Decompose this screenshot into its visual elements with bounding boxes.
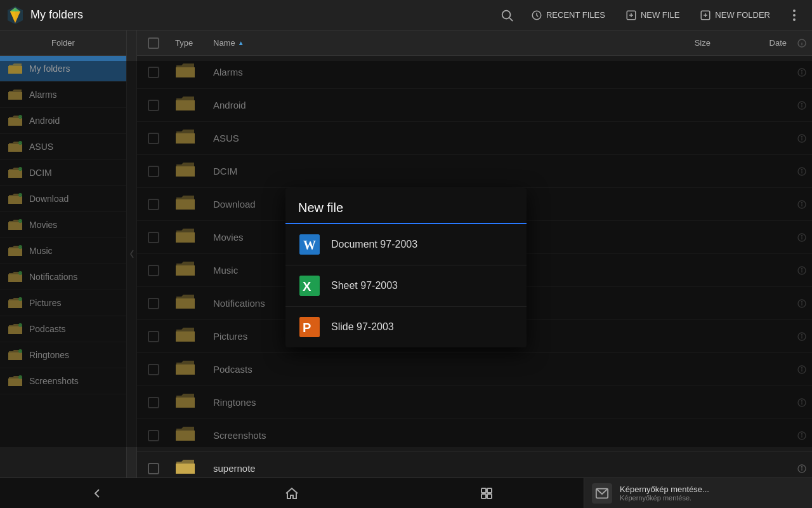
more-options-button[interactable] <box>782 3 807 28</box>
svg-point-13 <box>793 18 796 21</box>
dialog-option-document[interactable]: W Document 97-2003 <box>285 224 527 265</box>
svg-point-2 <box>502 10 511 18</box>
notification-icon <box>592 483 612 504</box>
recent-files-label: RECENT FILES <box>546 10 605 20</box>
header-info-col <box>792 38 812 48</box>
select-all-checkbox[interactable] <box>148 37 159 49</box>
header-date-col: Date <box>716 38 792 48</box>
row-folder-icon <box>175 458 203 478</box>
dialog-option-slide[interactable]: P Slide 97-2003 <box>285 307 527 347</box>
topbar: My folders RECENT FILES NEW FILE <box>0 0 812 30</box>
main-layout: Folder My folders Alarms + Android + ASU… <box>0 30 812 478</box>
dialog-title: New file <box>285 188 527 224</box>
row-checkbox[interactable] <box>148 463 159 474</box>
svg-point-11 <box>793 10 796 12</box>
back-button[interactable] <box>0 478 195 509</box>
new-file-button[interactable]: NEW FILE <box>617 6 688 25</box>
topbar-actions: RECENT FILES NEW FILE NEW FOLDER <box>494 3 807 28</box>
recent-files-button[interactable]: RECENT FILES <box>522 6 614 25</box>
dialog-option-sheet[interactable]: X Sheet 97-2003 <box>285 265 527 307</box>
new-folder-label: NEW FOLDER <box>715 10 770 20</box>
home-button[interactable] <box>195 478 390 509</box>
header-name-col: Name ▲ <box>208 38 639 48</box>
svg-text:W: W <box>303 238 316 252</box>
app-title: My folders <box>30 8 494 22</box>
new-file-dialog: New file W Document 97-2003 X Sheet 97-2… <box>285 188 527 347</box>
table-row[interactable]: supernote <box>137 452 812 478</box>
document-label: Document 97-2003 <box>331 239 417 250</box>
slide-icon: P <box>298 316 321 338</box>
app-logo <box>5 5 25 25</box>
sidebar-header: Folder <box>0 30 126 56</box>
content-header: Type Name ▲ Size Date <box>137 30 812 56</box>
row-info-button[interactable] <box>792 464 812 474</box>
document-icon: W <box>298 233 321 256</box>
bottombar: Képernyőkép mentése... Képernyőkép menté… <box>0 478 812 508</box>
new-file-label: NEW FILE <box>641 10 679 20</box>
row-name: supernote <box>208 463 639 474</box>
new-folder-button[interactable]: NEW FOLDER <box>691 6 779 25</box>
dialog-overlay: New file W Document 97-2003 X Sheet 97-2… <box>0 61 812 447</box>
svg-rect-88 <box>487 488 492 493</box>
header-check-col <box>137 37 170 49</box>
recents-button[interactable] <box>389 478 584 509</box>
sheet-icon: X <box>298 274 321 297</box>
svg-text:X: X <box>303 279 311 293</box>
svg-line-3 <box>509 18 513 21</box>
sheet-label: Sheet 97-2003 <box>331 280 398 291</box>
notification-bar: Képernyőkép mentése... Képernyőkép menté… <box>584 478 812 509</box>
svg-rect-90 <box>487 494 492 498</box>
svg-text:P: P <box>303 321 311 335</box>
svg-point-12 <box>793 14 796 17</box>
header-size-col: Size <box>639 38 716 48</box>
svg-point-76 <box>801 466 802 467</box>
svg-rect-89 <box>481 494 486 498</box>
notification-text: Képernyőkép mentése... Képernyőkép menté… <box>620 485 709 502</box>
slide-label: Slide 97-2003 <box>331 321 394 333</box>
row-check-col <box>137 463 170 474</box>
search-button[interactable] <box>494 3 520 28</box>
notification-subtitle: Képernyőkép mentése. <box>620 494 709 502</box>
notification-title: Képernyőkép mentése... <box>620 485 709 494</box>
svg-rect-87 <box>481 488 486 493</box>
row-type-col <box>170 458 208 478</box>
header-type-col: Type <box>170 38 208 48</box>
sort-arrow-icon: ▲ <box>238 39 244 46</box>
